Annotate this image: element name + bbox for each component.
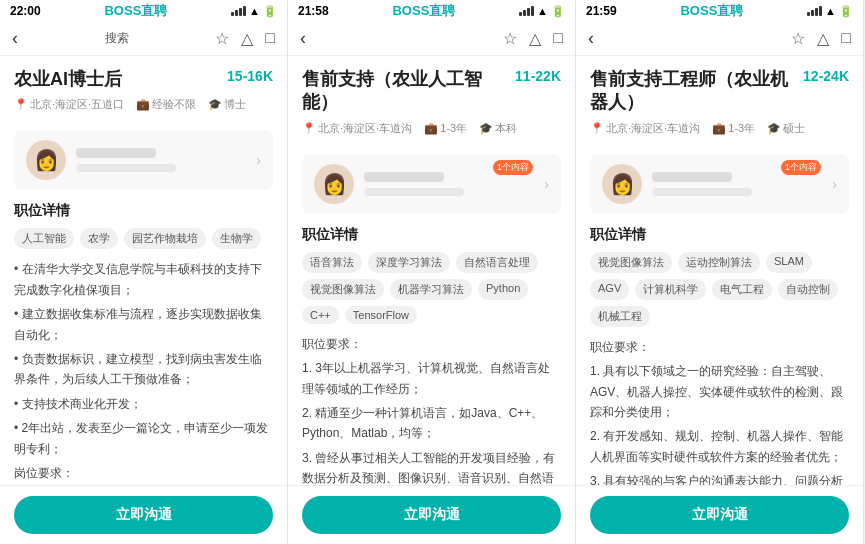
tags-3: 视觉图像算法 运动控制算法 SLAM AGV 计算机科学 电气工程 自动控制 机… [590,252,849,327]
search-label-1[interactable]: 搜索 [105,30,129,47]
nav-actions-2: ☆ △ □ [503,29,563,48]
section-title-2: 职位详情 [302,226,561,244]
job-title-row-1: 农业AI博士后 15-16K [14,68,273,91]
tag-2-0[interactable]: 语音算法 [302,252,362,273]
tag-1-0[interactable]: 人工智能 [14,228,74,249]
nav-bar-1: ‹ 搜索 ☆ △ □ [0,22,287,56]
job-title-row-2: 售前支持（农业人工智能） 11-22K [302,68,561,115]
tag-3-4[interactable]: 计算机科学 [635,279,706,300]
job-header-2: 售前支持（农业人工智能） 11-22K 📍 北京·海淀区·车道沟 💼 1-3年 … [302,56,561,144]
panel-1: 22:00 BOSS直聘 ▲ 🔋 ‹ 搜索 ☆ △ □ 农业AI博士后 15-1… [0,0,288,544]
tag-1-1[interactable]: 农学 [80,228,118,249]
bottom-btn-2: 立即沟通 [288,485,575,544]
signal-icon-3 [807,6,822,16]
tag-3-5[interactable]: 电气工程 [712,279,772,300]
battery-icon-2: 🔋 [551,5,565,18]
meta-exp-3: 💼 1-3年 [712,121,755,136]
tag-3-3[interactable]: AGV [590,279,629,300]
nav-actions-3: ☆ △ □ [791,29,851,48]
bell-icon-1[interactable]: △ [241,29,253,48]
content-2: 售前支持（农业人工智能） 11-22K 📍 北京·海淀区·车道沟 💼 1-3年 … [288,56,575,485]
time-1: 22:00 [10,4,41,18]
job-meta-2: 📍 北京·海淀区·车道沟 💼 1-3年 🎓 本科 [302,121,561,136]
job-title-1: 农业AI博士后 [14,68,219,91]
tag-2-7[interactable]: TensorFlow [345,306,417,324]
panel-2: 21:58 BOSS直聘 ▲ 🔋 ‹ ☆ △ □ 售前支持（农业人工智能） 11… [288,0,576,544]
recruiter-info-1 [76,148,256,172]
recruiter-info-3 [652,172,832,196]
star-icon-1[interactable]: ☆ [215,29,229,48]
star-icon-3[interactable]: ☆ [791,29,805,48]
recruiter-arrow-2: › [544,176,549,192]
job-title-3: 售前支持工程师（农业机器人） [590,68,795,115]
recruiter-card-1[interactable]: 👩 › [14,130,273,190]
nav-bar-3: ‹ ☆ △ □ [576,22,863,56]
tag-3-2[interactable]: SLAM [766,252,812,273]
bottom-btn-1: 立即沟通 [0,485,287,544]
job-header-1: 农业AI博士后 15-16K 📍 北京·海淀区·五道口 💼 经验不限 🎓 博士 [14,56,273,120]
app-name-2: BOSS直聘 [392,2,455,20]
recruiter-name-bar-1 [76,148,156,158]
recruiter-avatar-1: 👩 [26,140,66,180]
tags-1: 人工智能 农学 园艺作物栽培 生物学 [14,228,273,249]
wifi-icon: ▲ [249,5,260,17]
back-button-1[interactable]: ‹ [12,28,18,49]
bottom-btn-3: 立即沟通 [576,485,863,544]
tag-2-4[interactable]: 机器学习算法 [390,279,472,300]
meta-edu-3: 🎓 硕士 [767,121,805,136]
star-icon-2[interactable]: ☆ [503,29,517,48]
content-badge-3: 1个内容 [781,160,821,175]
recruiter-card-2[interactable]: 👩 1个内容 › [302,154,561,214]
app-name-1: BOSS直聘 [104,2,167,20]
meta-exp-1: 💼 经验不限 [136,97,196,112]
status-bar-1: 22:00 BOSS直聘 ▲ 🔋 [0,0,287,22]
tag-2-2[interactable]: 自然语言处理 [456,252,538,273]
job-header-3: 售前支持工程师（农业机器人） 12-24K 📍 北京·海淀区·车道沟 💼 1-3… [590,56,849,144]
back-button-2[interactable]: ‹ [300,28,306,49]
battery-icon-3: 🔋 [839,5,853,18]
nav-bar-2: ‹ ☆ △ □ [288,22,575,56]
tag-2-1[interactable]: 深度学习算法 [368,252,450,273]
tag-3-7[interactable]: 机械工程 [590,306,650,327]
share-icon-3[interactable]: □ [841,29,851,48]
chat-button-3[interactable]: 立即沟通 [590,496,849,534]
content-1: 农业AI博士后 15-16K 📍 北京·海淀区·五道口 💼 经验不限 🎓 博士 … [0,56,287,485]
job-salary-3: 12-24K [803,68,849,84]
bell-icon-3[interactable]: △ [817,29,829,48]
share-icon-2[interactable]: □ [553,29,563,48]
tag-3-1[interactable]: 运动控制算法 [678,252,760,273]
status-bar-2: 21:58 BOSS直聘 ▲ 🔋 [288,0,575,22]
job-meta-1: 📍 北京·海淀区·五道口 💼 经验不限 🎓 博士 [14,97,273,112]
wifi-icon-2: ▲ [537,5,548,17]
tag-2-6[interactable]: C++ [302,306,339,324]
job-salary-2: 11-22K [515,68,561,84]
recruiter-card-3[interactable]: 👩 1个内容 › [590,154,849,214]
chat-button-2[interactable]: 立即沟通 [302,496,561,534]
recruiter-name-bar-3 [652,172,732,182]
content-badge-2: 1个内容 [493,160,533,175]
share-icon-1[interactable]: □ [265,29,275,48]
job-meta-3: 📍 北京·海淀区·车道沟 💼 1-3年 🎓 硕士 [590,121,849,136]
job-salary-1: 15-16K [227,68,273,84]
description-1: • 在清华大学交叉信息学院与丰硕科技的支持下完成数字化植保项目； • 建立数据收… [14,259,273,485]
meta-edu-1: 🎓 博士 [208,97,246,112]
tag-3-0[interactable]: 视觉图像算法 [590,252,672,273]
recruiter-info-2 [364,172,544,196]
meta-location-3: 📍 北京·海淀区·车道沟 [590,121,700,136]
description-3: 职位要求： 1. 具有以下领域之一的研究经验：自主驾驶、AGV、机器人操控、实体… [590,337,849,485]
job-title-row-3: 售前支持工程师（农业机器人） 12-24K [590,68,849,115]
recruiter-role-bar-1 [76,164,176,172]
bell-icon-2[interactable]: △ [529,29,541,48]
tag-3-6[interactable]: 自动控制 [778,279,838,300]
status-icons-2: ▲ 🔋 [519,5,565,18]
tag-2-3[interactable]: 视觉图像算法 [302,279,384,300]
tag-1-2[interactable]: 园艺作物栽培 [124,228,206,249]
chat-button-1[interactable]: 立即沟通 [14,496,273,534]
back-button-3[interactable]: ‹ [588,28,594,49]
nav-actions-1: ☆ △ □ [215,29,275,48]
tag-1-3[interactable]: 生物学 [212,228,261,249]
time-2: 21:58 [298,4,329,18]
app-name-3: BOSS直聘 [680,2,743,20]
status-icons-3: ▲ 🔋 [807,5,853,18]
tag-2-5[interactable]: Python [478,279,528,300]
